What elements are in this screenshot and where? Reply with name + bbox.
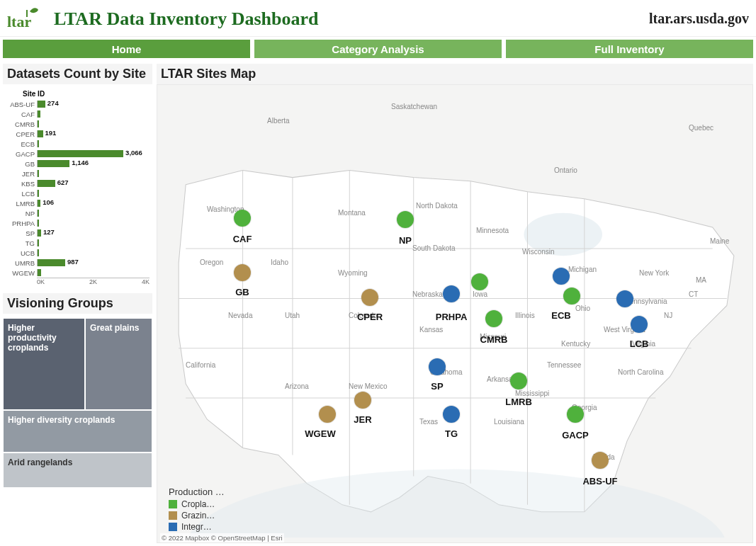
bar-fill — [38, 210, 39, 217]
bar-category-label: PRHPA — [4, 220, 37, 227]
bar-track — [37, 110, 149, 118]
site-marker-GACP[interactable] — [567, 406, 584, 423]
visioning-groups-title: Visioning Groups — [3, 293, 152, 314]
bar-fill — [38, 110, 40, 118]
tab-full-inventory[interactable]: Full Inventory — [506, 40, 753, 58]
map-attribution: © 2022 Mapbox © OpenStreetMap | Esri — [160, 533, 284, 542]
bar-track — [37, 170, 149, 177]
site-marker-NP[interactable] — [397, 211, 414, 228]
bar-row[interactable]: GB1,146 — [4, 159, 149, 169]
bar-row[interactable]: JER — [4, 169, 149, 178]
site-label: TG — [445, 428, 458, 439]
site-marker-ECB[interactable] — [563, 288, 580, 305]
state-label: Quebec — [689, 124, 713, 132]
site-marker-LMRB[interactable] — [510, 372, 527, 389]
tick: 4K — [112, 278, 149, 288]
bar-fill — [38, 101, 45, 108]
site-marker-TG[interactable] — [443, 406, 460, 423]
bar-row[interactable]: LCB — [4, 188, 149, 198]
ltar-sites-map[interactable]: WashingtonMontanaNorth DakotaMinnesotaWi… — [157, 84, 753, 543]
vis-arid-rangelands[interactable]: Arid rangelands — [3, 453, 152, 488]
legend-grazing[interactable]: Grazin… — [169, 510, 225, 521]
site-url[interactable]: ltar.ars.usda.gov — [649, 11, 749, 27]
site-label: ABS-UF — [582, 476, 617, 487]
ltar-logo-icon: ltar — [7, 6, 47, 33]
state-label: CT — [689, 290, 698, 298]
bar-row[interactable]: ABS-UF274 — [4, 99, 149, 109]
bar-value-label: 1,146 — [69, 159, 89, 166]
bar-category-label: NP — [4, 210, 37, 217]
site-marker-SP[interactable] — [429, 358, 446, 375]
bar-row[interactable]: ECB — [4, 139, 149, 149]
site-label: CAF — [233, 234, 252, 244]
state-label: Oregon — [200, 258, 223, 266]
legend-title: Production … — [169, 487, 225, 497]
bar-category-label: CPER — [4, 130, 37, 138]
bar-row[interactable]: UCB — [4, 248, 149, 258]
site-label: GACP — [562, 430, 589, 440]
state-label: Tennessee — [547, 361, 581, 369]
bar-track — [37, 239, 149, 246]
vis-higher-productivity-croplands[interactable]: Higher productivity croplands — [3, 318, 85, 410]
site-marker-LCB[interactable] — [631, 316, 648, 333]
main-content: Datasets Count by Site Site ID ABS-UF274… — [0, 61, 756, 546]
site-label: LCB — [630, 339, 649, 349]
site-marker-JER[interactable] — [354, 392, 371, 409]
bar-row[interactable]: WGEW — [4, 268, 149, 278]
bar-category-label: GACP — [4, 150, 37, 158]
square-icon — [169, 500, 177, 508]
bar-row[interactable]: KBS627 — [4, 178, 149, 188]
site-marker-unnamed[interactable] — [616, 290, 633, 307]
bar-track — [37, 220, 149, 227]
site-marker-GB[interactable] — [234, 264, 251, 281]
bar-row[interactable]: PRHPA — [4, 218, 149, 228]
state-label: California — [186, 361, 215, 369]
site-marker-CMRB[interactable] — [485, 310, 502, 327]
bar-track — [37, 249, 149, 256]
site-marker-unnamed[interactable] — [553, 268, 570, 285]
datasets-bar-chart[interactable]: Site ID ABS-UF274CAFCMRBCPER191ECBGACP3,… — [3, 89, 152, 289]
site-marker-ABS-UF[interactable] — [592, 452, 609, 469]
bar-row[interactable]: CMRB — [4, 119, 149, 129]
tab-home[interactable]: Home — [3, 40, 250, 58]
bar-fill — [38, 249, 39, 256]
legend-label: Integr… — [181, 522, 212, 532]
vis-great-plains[interactable]: Great plains — [85, 318, 152, 410]
bar-row[interactable]: UMRB987 — [4, 258, 149, 268]
bar-track — [37, 210, 149, 217]
bar-category-label: UCB — [4, 249, 37, 257]
tick: 0K — [37, 278, 74, 288]
site-marker-WGEW[interactable] — [319, 406, 336, 423]
bar-chart-ylabel: Site ID — [4, 90, 149, 98]
vis-higher-diversity-croplands[interactable]: Higher diversity croplands — [3, 410, 152, 453]
bar-category-label: UMRB — [4, 259, 37, 267]
bar-row[interactable]: NP — [4, 208, 149, 218]
site-marker-CAF[interactable] — [234, 210, 251, 227]
bar-row[interactable]: SP127 — [4, 228, 149, 238]
state-label: Kansas — [419, 326, 443, 334]
bar-row[interactable]: GACP3,066 — [4, 149, 149, 159]
bar-row[interactable]: CAF — [4, 109, 149, 119]
state-label: Utah — [285, 312, 300, 319]
header: ltar LTAR Data Inventory Dashboard ltar.… — [0, 0, 756, 37]
state-label: New Mexico — [349, 382, 387, 390]
legend-croplands[interactable]: Cropla… — [169, 499, 225, 510]
state-label: Michigan — [568, 266, 597, 273]
bar-category-label: WGEW — [4, 269, 37, 277]
legend-integrated[interactable]: Integr… — [169, 521, 225, 533]
site-label: JER — [354, 414, 371, 425]
site-marker-CPER[interactable] — [361, 289, 378, 306]
bar-row[interactable]: LMRB106 — [4, 198, 149, 208]
bar-row[interactable]: CPER191 — [4, 129, 149, 139]
bar-row[interactable]: TG — [4, 238, 149, 248]
square-icon — [169, 523, 177, 531]
state-label: South Dakota — [412, 244, 456, 252]
tab-category-analysis[interactable]: Category Analysis — [254, 40, 502, 58]
site-label: LMRB — [505, 397, 532, 407]
state-label: Ohio — [575, 305, 590, 312]
site-marker-unnamed[interactable] — [471, 273, 488, 290]
bar-category-label: CMRB — [4, 120, 37, 128]
site-marker-PRHPA[interactable] — [443, 285, 460, 302]
bar-track — [37, 269, 149, 276]
bar-category-label: JER — [4, 170, 37, 178]
